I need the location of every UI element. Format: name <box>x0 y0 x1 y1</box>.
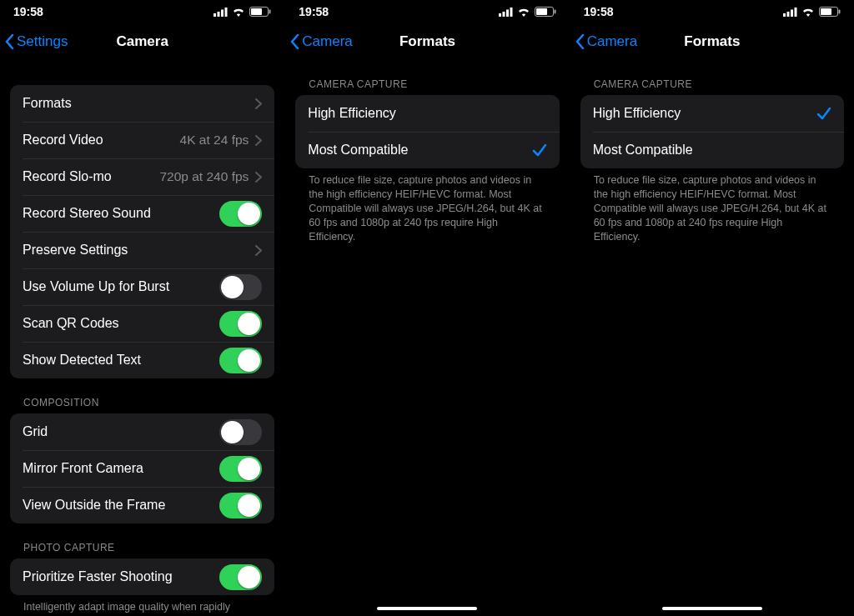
status-time: 19:58 <box>13 5 43 18</box>
section-header-composition: COMPOSITION <box>0 378 284 413</box>
chevron-left-icon <box>5 34 14 49</box>
row-label: Preserve Settings <box>23 243 128 258</box>
row-label: High Efficiency <box>593 106 681 121</box>
chevron-right-icon <box>255 245 262 256</box>
toggle-view-outside-frame[interactable] <box>219 493 262 518</box>
nav-title: Formats <box>684 33 740 50</box>
wifi-icon <box>517 8 530 17</box>
wifi-icon <box>232 8 245 17</box>
svg-rect-1 <box>218 12 220 17</box>
svg-rect-16 <box>791 9 793 17</box>
phone-camera-settings: 19:58 Settings Camera Formats R <box>0 0 284 616</box>
content-scroll[interactable]: CAMERA CAPTURE High Efficiency Most Comp… <box>285 60 569 616</box>
toggle-volume-burst[interactable] <box>219 274 262 300</box>
row-label: Record Stereo Sound <box>23 206 151 221</box>
formats-list: High Efficiency Most Compatible <box>580 95 844 168</box>
settings-list-composition: Grid Mirror Front Camera View Outside th… <box>10 413 274 523</box>
chevron-left-icon <box>575 34 585 49</box>
home-indicator[interactable] <box>377 607 477 610</box>
battery-icon <box>249 7 271 17</box>
content-scroll[interactable]: Formats Record Video 4K at 24 fps Record… <box>0 60 284 616</box>
row-label: Formats <box>23 96 72 111</box>
svg-rect-7 <box>499 13 501 17</box>
row-volume-burst[interactable]: Use Volume Up for Burst <box>10 268 274 305</box>
status-right-icons <box>499 7 556 17</box>
section-header-camera-capture: CAMERA CAPTURE <box>570 60 854 95</box>
settings-list-photo: Prioritize Faster Shooting <box>10 558 274 595</box>
row-detail: 4K at 24 fps <box>180 133 249 148</box>
home-indicator[interactable] <box>662 607 762 610</box>
row-grid[interactable]: Grid <box>10 413 274 450</box>
toggle-mirror-front[interactable] <box>219 456 262 482</box>
row-view-outside-frame[interactable]: View Outside the Frame <box>10 487 274 523</box>
settings-list-main: Formats Record Video 4K at 24 fps Record… <box>10 85 274 378</box>
phone-formats-high-efficiency: 19:58 Camera Formats CAMERA CAPTURE High… <box>570 0 854 616</box>
chevron-right-icon <box>255 135 262 146</box>
row-label: Mirror Front Camera <box>23 461 143 476</box>
toggle-stereo-sound[interactable] <box>219 201 262 227</box>
formats-list: High Efficiency Most Compatible <box>295 95 559 168</box>
svg-rect-15 <box>786 12 789 17</box>
row-label: Grid <box>23 424 48 439</box>
svg-rect-13 <box>554 10 555 14</box>
row-prioritize-faster[interactable]: Prioritize Faster Shooting <box>10 558 274 595</box>
footer-formats: To reduce file size, capture photos and … <box>285 168 569 243</box>
back-button[interactable]: Settings <box>5 33 68 50</box>
cellular-signal-icon <box>214 8 228 17</box>
back-button[interactable]: Camera <box>575 33 637 50</box>
status-time: 19:58 <box>584 5 614 18</box>
svg-rect-0 <box>214 13 216 17</box>
svg-rect-20 <box>838 10 840 14</box>
svg-rect-8 <box>502 12 505 17</box>
toggle-grid[interactable] <box>219 419 262 445</box>
row-label: High Efficiency <box>308 106 396 121</box>
checkmark-icon <box>532 143 547 158</box>
navbar: Camera Formats <box>285 23 569 60</box>
row-record-video[interactable]: Record Video 4K at 24 fps <box>10 122 274 158</box>
nav-title: Camera <box>116 33 168 50</box>
svg-rect-12 <box>536 8 547 15</box>
chevron-right-icon <box>255 172 262 183</box>
row-label: Show Detected Text <box>23 353 141 368</box>
toggle-qr-codes[interactable] <box>219 311 262 337</box>
row-detected-text[interactable]: Show Detected Text <box>10 342 274 378</box>
row-stereo-sound[interactable]: Record Stereo Sound <box>10 195 274 232</box>
row-most-compatible[interactable]: Most Compatible <box>580 132 844 168</box>
row-formats[interactable]: Formats <box>10 85 274 122</box>
battery-icon <box>535 7 556 17</box>
phone-formats-most-compatible: 19:58 Camera Formats CAMERA CAPTURE High… <box>284 0 569 616</box>
cellular-signal-icon <box>499 8 513 17</box>
row-qr-codes[interactable]: Scan QR Codes <box>10 305 274 342</box>
back-button[interactable]: Camera <box>290 33 352 50</box>
row-high-efficiency[interactable]: High Efficiency <box>295 95 559 132</box>
svg-rect-6 <box>269 10 271 14</box>
row-high-efficiency[interactable]: High Efficiency <box>580 95 844 132</box>
back-label: Settings <box>17 33 68 50</box>
row-label: Use Volume Up for Burst <box>23 279 169 294</box>
row-record-slomo[interactable]: Record Slo-mo 720p at 240 fps <box>10 158 274 195</box>
section-header-camera-capture: CAMERA CAPTURE <box>285 60 569 95</box>
content-scroll[interactable]: CAMERA CAPTURE High Efficiency Most Comp… <box>570 60 854 616</box>
toggle-prioritize-faster[interactable] <box>219 564 262 590</box>
row-label: Record Slo-mo <box>23 169 112 184</box>
status-right-icons <box>214 7 271 17</box>
svg-rect-3 <box>225 8 228 17</box>
statusbar: 19:58 <box>0 0 284 23</box>
battery-icon <box>819 7 841 17</box>
statusbar: 19:58 <box>285 0 569 23</box>
toggle-detected-text[interactable] <box>219 348 262 373</box>
row-mirror-front[interactable]: Mirror Front Camera <box>10 450 274 487</box>
svg-rect-2 <box>221 9 224 17</box>
svg-rect-17 <box>794 8 796 17</box>
statusbar: 19:58 <box>570 0 854 23</box>
svg-rect-9 <box>506 9 509 17</box>
row-preserve-settings[interactable]: Preserve Settings <box>10 232 274 268</box>
row-label: Record Video <box>23 133 103 148</box>
footer-prioritize: Intelligently adapt image quality when r… <box>0 595 284 616</box>
row-most-compatible[interactable]: Most Compatible <box>295 132 559 168</box>
svg-rect-10 <box>510 8 512 17</box>
row-label: View Outside the Frame <box>23 498 165 513</box>
svg-rect-19 <box>821 8 831 15</box>
checkmark-icon <box>816 106 831 121</box>
cellular-signal-icon <box>783 8 797 17</box>
